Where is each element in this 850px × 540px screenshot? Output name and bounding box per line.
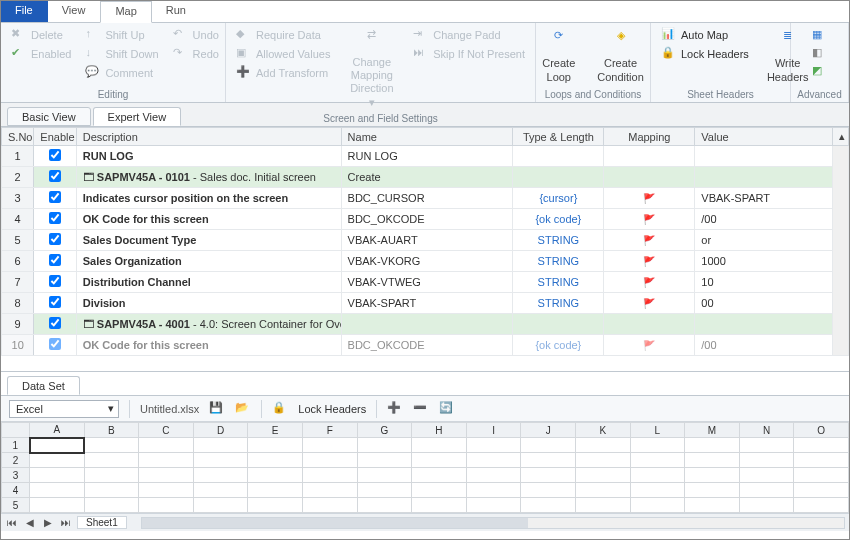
enable-checkbox[interactable] — [49, 317, 61, 329]
sheet-col-header[interactable]: D — [193, 423, 248, 438]
sheet-cell[interactable] — [193, 438, 248, 453]
sheet-cell[interactable] — [139, 438, 194, 453]
sheet-cell[interactable] — [575, 498, 630, 513]
sheet-cell[interactable] — [575, 468, 630, 483]
sheet-cell[interactable] — [521, 483, 576, 498]
col-enable[interactable]: Enable — [34, 128, 76, 146]
sheet-cell[interactable] — [193, 468, 248, 483]
table-row[interactable]: 2🗔 SAPMV45A - 0101 - Sales doc. Initial … — [2, 167, 849, 188]
sheet-row-header[interactable]: 5 — [2, 498, 30, 513]
sheet-cell[interactable] — [794, 498, 849, 513]
enable-checkbox[interactable] — [49, 233, 61, 245]
sheet-col-header[interactable]: G — [357, 423, 412, 438]
sheet-cell[interactable] — [685, 483, 740, 498]
sheet-cell[interactable] — [302, 468, 357, 483]
sheet-cell[interactable] — [466, 453, 521, 468]
sheet-cell[interactable] — [84, 438, 139, 453]
sheet-nav-last[interactable]: ⏭ — [59, 517, 73, 528]
table-row[interactable]: 3Indicates cursor position on the screen… — [2, 188, 849, 209]
tab-run[interactable]: Run — [152, 1, 201, 22]
enable-checkbox[interactable] — [49, 191, 61, 203]
sheet-cell[interactable] — [84, 498, 139, 513]
auto-map-button[interactable]: 📊Auto Map — [657, 26, 753, 44]
sheet-cell[interactable] — [685, 453, 740, 468]
sheet-cell[interactable] — [466, 483, 521, 498]
mapping-flag-icon[interactable]: 🚩 — [643, 214, 655, 225]
mapping-flag-icon[interactable]: 🚩 — [643, 256, 655, 267]
shift-up-button[interactable]: ↑Shift Up — [81, 26, 162, 44]
col-type-length[interactable]: Type & Length — [513, 128, 604, 146]
sheet-row-header[interactable]: 2 — [2, 453, 30, 468]
sheet-cell[interactable] — [466, 438, 521, 453]
sheet-cell[interactable] — [30, 498, 85, 513]
sheet-row-header[interactable]: 1 — [2, 438, 30, 453]
sheet-col-header[interactable]: F — [302, 423, 357, 438]
sheet-cell[interactable] — [302, 453, 357, 468]
sheet-row-header[interactable]: 4 — [2, 483, 30, 498]
sheet-cell[interactable] — [248, 468, 303, 483]
sheet-cell[interactable] — [248, 498, 303, 513]
sheet-cell[interactable] — [739, 468, 794, 483]
open-folder-icon[interactable]: 📂 — [235, 401, 251, 417]
sheet-cell[interactable] — [521, 498, 576, 513]
sheet-cell[interactable] — [302, 438, 357, 453]
sheet-cell[interactable] — [630, 483, 685, 498]
source-dropdown[interactable]: Excel▾ — [9, 400, 119, 418]
mapping-flag-icon[interactable]: 🚩 — [643, 235, 655, 246]
sheet-cell[interactable] — [412, 498, 467, 513]
enable-checkbox[interactable] — [49, 212, 61, 224]
sheet-cell[interactable] — [84, 453, 139, 468]
sheet-cell[interactable] — [84, 483, 139, 498]
adv-icon-3[interactable]: ◩ — [812, 64, 828, 80]
col-description[interactable]: Description — [76, 128, 341, 146]
sheet-cell[interactable] — [193, 483, 248, 498]
spreadsheet[interactable]: ABCDEFGHIJKLMNO12345 — [1, 422, 849, 513]
sheet-cell[interactable] — [193, 498, 248, 513]
grid-vscrollbar[interactable] — [832, 146, 848, 356]
sheet-cell[interactable] — [794, 468, 849, 483]
sheet-col-header[interactable]: A — [30, 423, 85, 438]
enable-checkbox[interactable] — [49, 296, 61, 308]
sheet-cell[interactable] — [685, 498, 740, 513]
sheet-cell[interactable] — [521, 438, 576, 453]
adv-icon-2[interactable]: ◧ — [812, 46, 828, 62]
sheet-cell[interactable] — [685, 438, 740, 453]
sheet-cell[interactable] — [739, 453, 794, 468]
sheet-cell[interactable] — [739, 483, 794, 498]
sheet-col-header[interactable]: N — [739, 423, 794, 438]
tab-basic-view[interactable]: Basic View — [7, 107, 91, 126]
enabled-button[interactable]: ✔Enabled — [7, 45, 75, 63]
sheet-cell[interactable] — [466, 468, 521, 483]
sheet-cell[interactable] — [466, 498, 521, 513]
sheet-cell[interactable] — [248, 438, 303, 453]
sheet-cell[interactable] — [30, 468, 85, 483]
lock-headers-button[interactable]: 🔒Lock Headers — [657, 45, 753, 63]
sheet-cell[interactable] — [412, 483, 467, 498]
sheet-cell[interactable] — [357, 453, 412, 468]
table-row[interactable]: 4OK Code for this screenBDC_OKCODE{ok co… — [2, 209, 849, 230]
refresh-icon[interactable]: 🔄 — [439, 401, 455, 417]
sheet-cell[interactable] — [794, 453, 849, 468]
mapping-flag-icon[interactable]: 🚩 — [643, 340, 655, 351]
add-transform-button[interactable]: ➕Add Transform — [232, 64, 334, 82]
sheet-nav-prev[interactable]: ◀ — [23, 517, 37, 528]
comment-button[interactable]: 💬Comment — [81, 64, 162, 82]
sheet-cell[interactable] — [248, 483, 303, 498]
table-row[interactable]: 10OK Code for this screenBDC_OKCODE{ok c… — [2, 335, 849, 356]
sheet-nav-next[interactable]: ▶ — [41, 517, 55, 528]
tab-map[interactable]: Map — [100, 1, 151, 23]
sheet-cell[interactable] — [139, 483, 194, 498]
sheet-cell[interactable] — [30, 438, 85, 453]
sheet-cell[interactable] — [302, 498, 357, 513]
sheet-cell[interactable] — [412, 438, 467, 453]
sheet-nav-first[interactable]: ⏮ — [5, 517, 19, 528]
table-row[interactable]: 5Sales Document TypeVBAK-AUARTSTRING🚩or — [2, 230, 849, 251]
col-mapping[interactable]: Mapping — [604, 128, 695, 146]
sheet-cell[interactable] — [357, 483, 412, 498]
sheet-cell[interactable] — [575, 438, 630, 453]
sheet-cell[interactable] — [139, 468, 194, 483]
sheet-col-header[interactable]: M — [685, 423, 740, 438]
sheet-row-header[interactable]: 3 — [2, 468, 30, 483]
sheet-col-header[interactable]: C — [139, 423, 194, 438]
delete-row-icon[interactable]: ➖ — [413, 401, 429, 417]
